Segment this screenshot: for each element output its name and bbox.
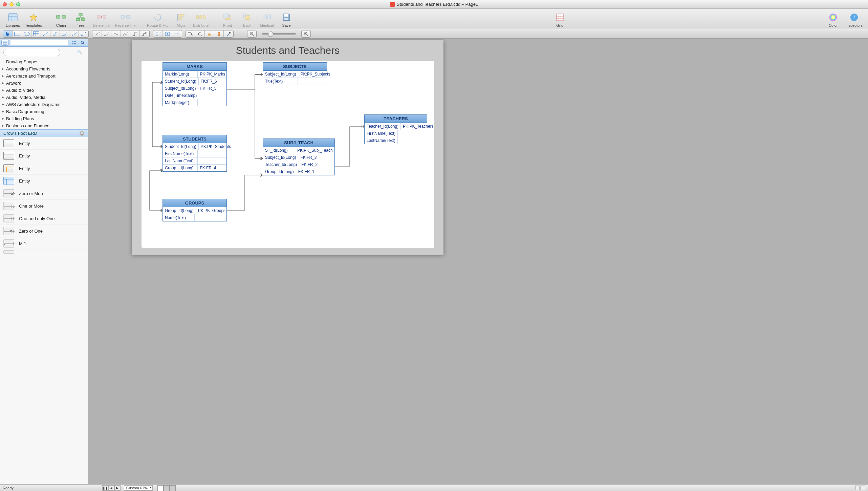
shape-entity-3[interactable]: Entity (0, 162, 88, 175)
libraries-button[interactable]: Libraries (3, 11, 22, 28)
table-tool-icon[interactable] (31, 30, 41, 38)
entity-groups[interactable]: GROUPS Group_Id(Long)PK:PK_Groups Name(T… (162, 199, 227, 221)
page-tab-1[interactable] (157, 485, 164, 491)
snap3-icon[interactable] (172, 30, 182, 38)
zoom-out-icon[interactable] (247, 30, 257, 38)
category-item[interactable]: Audio & Video (0, 87, 88, 94)
shape-zero-or-one[interactable]: Zero or One (0, 225, 88, 237)
identical-button[interactable]: Identical (257, 11, 276, 28)
conn5-tool-icon[interactable] (79, 30, 88, 38)
line2-icon[interactable] (102, 30, 111, 38)
canvas[interactable]: Students and Teachers (88, 39, 868, 484)
front-button[interactable]: Front (218, 11, 237, 28)
snap2-icon[interactable] (163, 30, 172, 38)
hand-tool-icon[interactable] (205, 30, 214, 38)
view-mode-2-icon[interactable] (861, 486, 865, 490)
view-mode-1-icon[interactable] (855, 486, 860, 490)
sidebar-filter-input[interactable] (10, 40, 69, 46)
close-icon[interactable] (3, 2, 7, 6)
color-button[interactable]: Color (824, 11, 843, 28)
zoom-icon[interactable] (16, 2, 20, 6)
svg-rect-20 (200, 16, 202, 19)
entity-marks[interactable]: MARKS MarkId(Long)PK:PK_Marks Student_Id… (162, 62, 227, 106)
active-library-header[interactable]: Crow's Foot ERD × (0, 129, 88, 137)
svg-rect-4 (62, 16, 65, 18)
line6-icon[interactable] (140, 30, 149, 38)
delete-link-button[interactable]: Delete link (91, 11, 112, 28)
shape-entity-4[interactable]: Entity (0, 175, 88, 187)
search-view-icon[interactable] (79, 40, 86, 46)
zoom-tool-icon[interactable] (195, 30, 205, 38)
grid-button[interactable]: Grid (550, 11, 569, 28)
category-item[interactable]: AWS Architecture Diagrams (0, 101, 88, 108)
distribute-button[interactable]: Distribute (191, 11, 211, 28)
save-button[interactable]: Save (277, 11, 296, 28)
svg-rect-60 (72, 41, 73, 42)
svg-rect-21 (203, 16, 205, 19)
category-item[interactable]: Accounting Flowcharts (0, 65, 88, 72)
grid-view-icon[interactable] (70, 40, 78, 46)
svg-line-38 (83, 33, 85, 35)
conn4-tool-icon[interactable] (69, 30, 79, 38)
line5-icon[interactable] (130, 30, 140, 38)
category-item[interactable]: Artwork (0, 80, 88, 87)
category-drawing-shapes[interactable]: Drawing Shapes (0, 58, 88, 65)
pause-icon[interactable]: ❚❚ (102, 485, 108, 491)
inspectors-button[interactable]: iInspectors (843, 11, 865, 28)
svg-line-57 (307, 35, 308, 36)
close-library-icon[interactable]: × (80, 131, 84, 136)
page[interactable]: Students and Teachers (132, 40, 443, 255)
page-tab-3[interactable] (170, 485, 176, 491)
line4-icon[interactable] (121, 30, 130, 38)
entity-subjects[interactable]: SUBJECTS Subject_Id(Long)PK:PK_Subjects … (263, 62, 327, 85)
category-item[interactable]: Aerospace and Transport (0, 72, 88, 80)
shape-one-or-more[interactable]: One or More (0, 200, 88, 212)
category-item[interactable]: Audio, Video, Media (0, 94, 88, 101)
shape-entity-1[interactable]: Entity (0, 137, 88, 150)
next-page-icon[interactable]: ▶ (114, 485, 121, 491)
shape-m1[interactable]: M:1 (0, 237, 88, 250)
tree-button[interactable]: Tree (71, 11, 90, 28)
entity-teachers[interactable]: TEACHERS Teacher_Id(Long)PK:PK_Teachers … (364, 114, 427, 144)
zoom-slider[interactable] (262, 33, 296, 35)
shape-one-only[interactable]: One and only One (0, 212, 88, 225)
library-tab-icon[interactable] (1, 40, 9, 46)
eyedrop-icon[interactable] (224, 30, 233, 38)
zoom-in-icon[interactable] (301, 30, 311, 38)
person-tool-icon[interactable] (214, 30, 224, 38)
chain-button[interactable]: Chain (51, 11, 70, 28)
svg-point-49 (218, 32, 220, 34)
back-button[interactable]: Back (238, 11, 257, 28)
library-search-input[interactable] (3, 49, 60, 56)
entity-students[interactable]: STUDENTS Student_Id(Long)PK:PK_Students … (162, 135, 227, 172)
ellipse-tool-icon[interactable] (22, 30, 31, 38)
snap1-icon[interactable] (153, 30, 163, 38)
entity-subj-teach[interactable]: SUBJ_TEACH ST_Id(Long)PK:PK_Subj_Teach S… (263, 138, 335, 175)
sidebar: Drawing Shapes Accounting Flowcharts Aer… (0, 39, 88, 484)
category-item[interactable]: Building Plans (0, 115, 88, 122)
svg-rect-62 (72, 43, 73, 44)
conn1-tool-icon[interactable] (41, 30, 50, 38)
category-list: Drawing Shapes Accounting Flowcharts Aer… (0, 58, 88, 129)
shape-zero-or-more[interactable]: Zero or More (0, 187, 88, 200)
shape-entity-2[interactable]: Entity (0, 150, 88, 162)
category-item[interactable]: Basic Diagramming (0, 108, 88, 115)
zoom-extents-icon[interactable] (186, 30, 195, 38)
align-button[interactable]: Align (171, 11, 190, 28)
prev-page-icon[interactable]: ◀ (108, 485, 114, 491)
page-tab-2[interactable] (164, 485, 170, 491)
pointer-tool-icon[interactable] (3, 30, 13, 38)
zoom-level[interactable]: Custom 61% (124, 485, 153, 491)
conn2-tool-icon[interactable] (50, 30, 60, 38)
line3-icon[interactable] (111, 30, 121, 38)
line1-icon[interactable] (92, 30, 102, 38)
rect-tool-icon[interactable] (13, 30, 22, 38)
reverse-link-button[interactable]: Reverse link (113, 11, 138, 28)
shape-extra[interactable] (0, 250, 88, 254)
minimize-icon[interactable] (9, 2, 14, 6)
rotate-flip-button[interactable]: Rotate & Flip (145, 11, 171, 28)
window-controls (3, 2, 20, 6)
category-item[interactable]: Business and Finance (0, 122, 88, 129)
templates-button[interactable]: Templates (23, 11, 44, 28)
conn3-tool-icon[interactable] (60, 30, 69, 38)
